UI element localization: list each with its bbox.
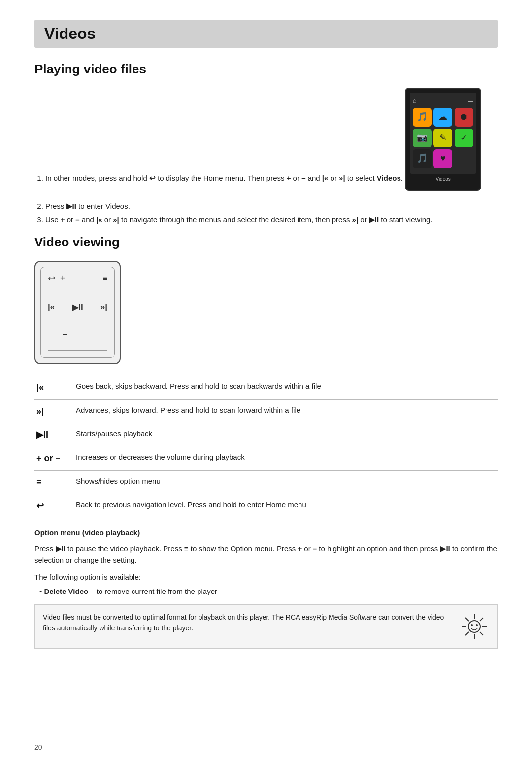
symbol-cell: ↩ [34,494,74,518]
grid-item-heart: ♥ [433,149,452,168]
plus-symbol: + [60,273,66,283]
grid-item-rec: ⏺ [455,108,473,127]
option-list-item: Delete Video – to remove current file fr… [39,587,498,595]
description-cell: Starts/pauses playback [74,423,498,447]
svg-point-10 [476,624,478,626]
step-1: In other modes, press and hold ↩ to disp… [45,83,498,198]
svg-point-0 [468,621,480,632]
grid-item-cloud: ☁ [433,108,452,127]
section-playing-heading: Playing video files [34,62,498,77]
page: Videos Playing video files In other mode… [0,0,532,766]
battery-icon: ▬ [468,97,473,104]
info-box: Video files must be converted to optimal… [34,604,498,649]
description-cell: Advances, skips forward. Press and hold … [74,399,498,423]
back-symbol: ↩ [48,273,55,284]
video-viewing-device: ↩ + ≡ |« ▶II »| – [34,261,121,364]
symbol-cell: + or – [34,447,74,470]
section-viewing-heading: Video viewing [34,235,498,250]
svg-line-6 [480,632,483,635]
device-bottom-line [48,350,107,351]
device-label: Videos [410,175,476,183]
table-row: + or – Increases or decreases the volume… [34,447,498,470]
table-row: ↩ Back to previous navigation level. Pre… [34,494,498,518]
svg-line-7 [480,618,483,621]
device-grid: 🎵 ☁ ⏺ 📷 ✎ ✓ 🎵 ♥ [413,108,473,168]
svg-line-8 [466,632,469,635]
description-cell: Increases or decreases the volume during… [74,447,498,470]
option-menu-section: Option menu (video playback) Press ▶II t… [34,527,498,595]
table-row: »| Advances, skips forward. Press and ho… [34,399,498,423]
grid-item-check: ✓ [455,129,473,147]
svg-line-5 [466,618,469,621]
home-icon: ⌂ [413,96,417,105]
menu-symbol: ≡ [103,274,107,283]
symbol-cell: ≡ [34,470,74,494]
controls-table: |« Goes back, skips backward. Press and … [34,376,498,518]
option-list: Delete Video – to remove current file fr… [34,587,498,595]
table-row: ▶II Starts/pauses playback [34,423,498,447]
step-3: Use + or – and |« or »| to navigate thro… [45,214,498,226]
playpause-symbol: ▶II [72,302,83,313]
symbol-cell: |« [34,376,74,399]
description-cell: Goes back, skips backward. Press and hol… [74,376,498,399]
minus-symbol: – [63,329,67,339]
page-title: Videos [44,25,488,43]
middle-row: |« ▶II »| [48,302,107,313]
grid-item-notes: 🎵 [413,149,432,168]
device-mockup: ⌂ ▬ 🎵 ☁ ⏺ 📷 ✎ ✓ 🎵 ♥ Videos [405,88,481,191]
table-row: |« Goes back, skips backward. Press and … [34,376,498,399]
grid-item-photo: 📷 [413,129,432,147]
prev-symbol: |« [48,302,55,312]
title-banner: Videos [34,20,498,48]
grid-item-edit: ✎ [433,129,452,147]
option-menu-heading: Option menu (video playback) [34,527,498,539]
description-cell: Back to previous navigation level. Press… [74,494,498,518]
option-available-label: The following option is available: [34,571,498,583]
info-box-text: Video files must be converted to optimal… [43,612,452,634]
next-symbol: »| [100,302,107,312]
top-row: ↩ + ≡ [48,273,107,284]
description-cell: Shows/hides option menu [74,470,498,494]
step-2: Press ▶II to enter Videos. [45,201,498,212]
option-menu-body: Press ▶II to pause the video playback. P… [34,543,498,566]
page-number: 20 [34,743,42,751]
svg-point-9 [471,624,473,626]
grid-item-music: 🎵 [413,108,432,127]
table-row: ≡ Shows/hides option menu [34,470,498,494]
playing-steps-list: In other modes, press and hold ↩ to disp… [34,83,498,226]
symbol-cell: ▶II [34,423,74,447]
bottom-row: – [63,329,107,339]
symbol-cell: »| [34,399,74,423]
sun-icon [460,612,489,641]
